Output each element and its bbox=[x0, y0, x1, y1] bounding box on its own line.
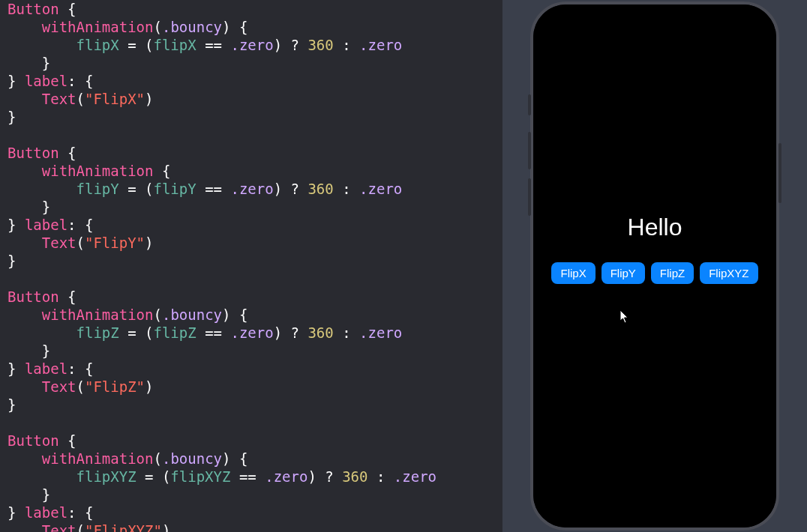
flipxyz-button[interactable]: FlipXYZ bbox=[700, 262, 758, 284]
phone-side-button bbox=[528, 94, 531, 115]
phone-screen: Hello FlipX FlipY FlipZ FlipXYZ bbox=[533, 4, 776, 528]
phone-volume-up bbox=[528, 132, 531, 169]
flipy-button[interactable]: FlipY bbox=[602, 262, 645, 284]
button-row: FlipX FlipY FlipZ FlipXYZ bbox=[551, 262, 758, 284]
preview-panel: Hello FlipX FlipY FlipZ FlipXYZ bbox=[502, 0, 807, 532]
phone-power-button bbox=[778, 143, 782, 203]
hello-label: Hello bbox=[628, 214, 682, 241]
flipx-button[interactable]: FlipX bbox=[551, 262, 595, 284]
phone-volume-down bbox=[528, 178, 531, 216]
code-editor[interactable]: Button { withAnimation(.bouncy) { flipX … bbox=[0, 0, 502, 532]
iphone-simulator: Hello FlipX FlipY FlipZ FlipXYZ bbox=[530, 1, 779, 531]
flipz-button[interactable]: FlipZ bbox=[651, 262, 694, 284]
